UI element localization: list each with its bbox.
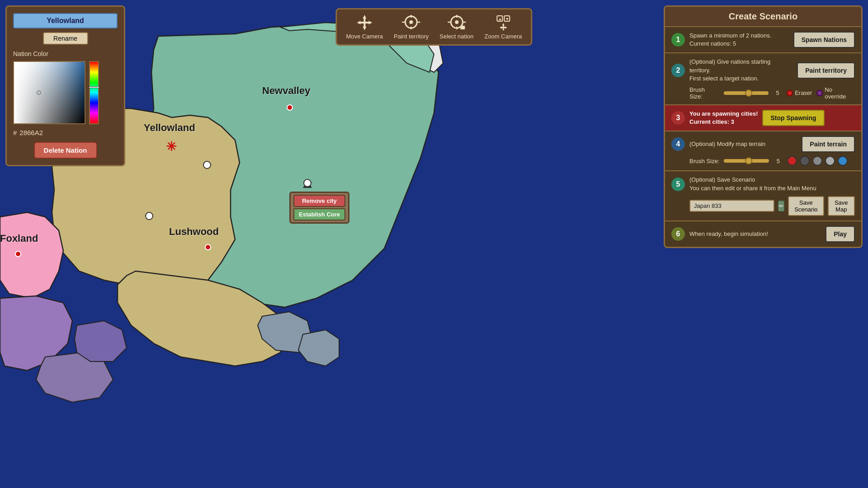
override-label: No override [825, 86, 855, 100]
zoom-camera-icon: ▲ ▼ [493, 14, 513, 30]
rename-button[interactable]: Rename [43, 32, 88, 45]
select-nation-label: Select nation [439, 33, 473, 40]
step-3-text: You are spawning cities!Current cities: … [689, 110, 758, 126]
svg-text:▼: ▼ [505, 17, 509, 21]
brush-slider-2[interactable] [724, 91, 769, 95]
scenario-name-input[interactable] [689, 200, 774, 212]
city-dot-foxland[interactable] [15, 251, 21, 257]
stop-spawning-button[interactable]: Stop Spawning [762, 110, 824, 126]
brush-slider-4[interactable] [724, 159, 769, 163]
hex-prefix: # [13, 129, 17, 136]
step-number-3: 3 [671, 111, 685, 125]
eraser-option[interactable]: Eraser [787, 89, 812, 96]
city-dot-white-1[interactable] [203, 161, 211, 169]
step-number-1: 1 [671, 33, 685, 47]
override-dot [816, 90, 823, 96]
step-6: 6 When ready, begin simulation! Play [665, 221, 861, 247]
nation-color-label: Nation Color [13, 50, 118, 57]
svg-marker-18 [500, 23, 507, 30]
toolbar-paint-territory[interactable]: Paint territory [394, 14, 429, 40]
city-dot-selected[interactable] [303, 179, 311, 187]
hue-cursor [89, 86, 99, 88]
svg-text:▲: ▲ [498, 17, 502, 21]
establish-core-button[interactable]: Establish Core [293, 208, 345, 221]
toolbar-select-nation[interactable]: Select nation [439, 14, 473, 40]
brush-value-2: 5 [773, 89, 782, 96]
svg-marker-0 [357, 15, 372, 30]
toolbar: Move Camera Paint territory [335, 8, 532, 46]
terrain-color-gray[interactable] [812, 156, 822, 166]
step-1: 1 Spawn a minimum of 2 nations.Current n… [665, 27, 861, 53]
terrain-color-red[interactable] [787, 156, 797, 166]
play-button[interactable]: Play [826, 226, 855, 242]
step-number-4: 4 [671, 137, 685, 151]
territory-gray3[interactable] [298, 330, 339, 366]
terrain-color-options [787, 156, 848, 166]
panel-title: Create Scenario [665, 7, 861, 27]
brush-slider-thumb-2 [745, 89, 752, 97]
spawn-marker-yellowland: ✳ [166, 141, 176, 153]
city-dot-lushwood[interactable] [205, 244, 211, 250]
city-dot-newvalley[interactable] [287, 104, 293, 111]
toolbar-zoom-camera[interactable]: ▲ ▼ Zoom Camera [485, 14, 522, 40]
step-5-save-row: ✏ Save Scenario Save Map [671, 196, 855, 216]
territory-foxland[interactable] [0, 212, 63, 298]
move-camera-icon [354, 14, 374, 30]
move-camera-label: Move Camera [346, 33, 383, 40]
step-1-text: Spawn a minimum of 2 nations.Current nat… [689, 32, 789, 48]
eraser-label: Eraser [795, 89, 812, 96]
terrain-color-dark[interactable] [800, 156, 810, 166]
step-2-text: (Optional) Give nations starting territo… [689, 58, 793, 83]
step-4: 4 (Optional) Modify map terrain Paint te… [665, 131, 861, 171]
eraser-dot [787, 90, 793, 96]
color-cursor [37, 90, 41, 95]
step-3: 3 You are spawning cities!Current cities… [665, 105, 861, 131]
right-panel: Create Scenario 1 Spawn a minimum of 2 n… [664, 5, 863, 248]
terrain-color-blue[interactable] [838, 156, 848, 166]
spawn-nations-button[interactable]: Spawn Nations [793, 32, 855, 48]
nation-name-input[interactable] [13, 13, 118, 28]
paint-territory-icon [401, 14, 421, 30]
edit-scenario-name-button[interactable]: ✏ [778, 201, 784, 211]
svg-point-2 [410, 20, 413, 24]
svg-point-8 [455, 20, 458, 24]
paint-territory-button[interactable]: Paint territory [797, 62, 855, 79]
step-4-brush-row: Brush Size: 5 [671, 156, 855, 166]
terrain-color-light-gray[interactable] [825, 156, 835, 166]
step-number-6: 6 [671, 227, 685, 241]
step-5-text: (Optional) Save ScenarioYou can then edi… [689, 176, 855, 192]
remove-city-button[interactable]: Remove city [293, 195, 345, 207]
select-nation-icon [447, 14, 467, 30]
brush-value-4: 5 [774, 158, 783, 164]
step-2: 2 (Optional) Give nations starting terri… [665, 53, 861, 105]
brush-label-4: Brush Size: [689, 158, 719, 164]
territory-gray-patch[interactable] [75, 321, 127, 361]
step-number-2: 2 [671, 64, 685, 77]
hue-slider[interactable] [89, 61, 99, 124]
svg-rect-13 [460, 26, 465, 29]
step-number-5: 5 [671, 178, 685, 191]
city-dot-white-2[interactable] [145, 212, 153, 220]
delete-nation-button[interactable]: Delete Nation [34, 142, 97, 159]
step-5: 5 (Optional) Save ScenarioYou can then e… [665, 171, 861, 221]
color-picker[interactable] [13, 61, 118, 124]
save-map-button[interactable]: Save Map [828, 196, 855, 216]
hex-value[interactable]: 2866A2 [19, 129, 43, 136]
step-4-text: (Optional) Modify map terrain [689, 140, 797, 148]
brush-slider-thumb-4 [745, 157, 752, 164]
toolbar-move-camera[interactable]: Move Camera [346, 14, 383, 40]
color-gradient[interactable] [13, 61, 85, 124]
left-panel: Rename Nation Color # 2866A2 Delete Nati… [5, 5, 125, 166]
paint-territory-label: Paint territory [394, 33, 429, 40]
no-override-option[interactable]: No override [816, 86, 855, 100]
paint-terrain-button[interactable]: Paint terrain [802, 136, 855, 152]
hex-row: # 2866A2 [13, 129, 118, 136]
city-popup: Remove city Establish Core [289, 192, 349, 224]
save-scenario-button[interactable]: Save Scenario [788, 196, 824, 216]
zoom-camera-label: Zoom Camera [485, 33, 522, 40]
step-6-text: When ready, begin simulation! [689, 230, 821, 238]
brush-label-2: Brush Size: [689, 86, 719, 100]
step-2-brush-row: Brush Size: 5 Eraser No override [671, 86, 855, 100]
